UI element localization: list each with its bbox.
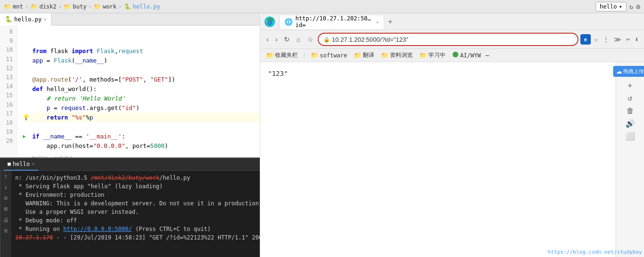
bookmark-browser[interactable]: 📁 资料浏览: [379, 50, 415, 60]
terminal-line-0: n: /usr/bin/python3.5 /mnt/disk2/buty/wo…: [15, 174, 256, 182]
top-bar: 📁 mnt › 📁 disk2 › 📁 buty › 📁 work › 🐍 he…: [0, 0, 644, 13]
bookmark-ai[interactable]: AI/WYW: [450, 50, 483, 60]
download-icon[interactable]: ⬇: [634, 34, 640, 45]
python-file-icon: 🐍: [5, 16, 12, 23]
refresh-icon[interactable]: ↻: [629, 3, 633, 10]
extensions-icon[interactable]: ≫: [613, 34, 623, 45]
bookmark-study-label: 学习中: [428, 51, 445, 59]
code-line-10: from flask import Flask,request: [23, 46, 260, 56]
svg-point-1: [453, 52, 458, 57]
print-icon[interactable]: 🖨: [3, 216, 9, 223]
bookmark-study[interactable]: 📁 学习中: [417, 50, 447, 60]
baidu-upload-label: 拖拽上传: [623, 68, 644, 75]
breadcrumb-mnt: 📁: [4, 3, 11, 10]
layout-icon[interactable]: ⬜: [625, 132, 635, 141]
address-bar-input[interactable]: [332, 36, 573, 43]
hello-dropdown[interactable]: hello ▾: [596, 2, 626, 11]
baidu-upload-button[interactable]: ☁ 拖拽上传: [613, 66, 644, 77]
back-button[interactable]: ‹: [264, 34, 271, 45]
function-hint-label: hello_world(): [32, 154, 73, 157]
code-line-19: ▶ if __name__ == '__main__':: [23, 132, 260, 141]
bookmark-browser-label: 资料浏览: [390, 51, 413, 59]
terminal-path-strike: /mnt/disk2/buty/work: [91, 174, 160, 181]
flask-url-link[interactable]: http://0.0.0.0:5000/: [63, 226, 132, 232]
code-line-14: def hello_world():: [23, 84, 260, 94]
code-content[interactable]: from flask import Flask,request app = Fl…: [17, 26, 260, 157]
terminal-line-7: 10.27.1.170 - - [29/Jul/2019 14:58:23] "…: [15, 233, 256, 242]
scissors-icon[interactable]: ✂: [625, 34, 631, 45]
code-line-15: # return 'Hello World': [23, 94, 260, 103]
terminal-tabs: ■ hello ✕: [0, 158, 260, 171]
editor-tab-close[interactable]: ✕: [44, 17, 47, 22]
breadcrumb-buty: buty: [73, 3, 86, 10]
editor-tab-hello-py[interactable]: 🐍 hello.py ✕: [0, 13, 52, 26]
function-hint: hello_world(): [23, 154, 260, 157]
favorites-button[interactable]: ☆: [305, 34, 316, 45]
code-line-16: p = request.args.get("id"): [23, 103, 260, 113]
refresh-sidebar-icon[interactable]: ↺: [628, 93, 633, 102]
terminal-ip-strike: 10.27.1.170: [15, 234, 53, 241]
settings-icon[interactable]: ⚙: [636, 3, 640, 10]
lock-icon: 🔒: [323, 37, 330, 43]
code-line-18: [23, 122, 260, 132]
browser-window: 🌐 http://10.27.1.202:5000/?id= ✕ + ‹ › ↻…: [260, 13, 644, 257]
send-icon[interactable]: ✈: [628, 81, 633, 90]
browser-right-sidebar: ☁ 拖拽上传 ✈ ↺ 🗑 🔊 ⬜: [616, 62, 644, 257]
bookmark-translate[interactable]: 📁 翻译: [352, 50, 376, 60]
bookmark-ai-label: AI/WYW: [460, 52, 481, 59]
bookmark-favorites[interactable]: 📁 收藏夹栏: [264, 50, 300, 60]
bookmark-browser-icon: 📁: [381, 52, 388, 59]
browser-nav-bar: ‹ › ↻ ⌂ ☆ 🔒 e ☆ ⋮ ≫ ✂ ⬇: [260, 30, 644, 48]
warn-icon: 💡: [23, 113, 29, 122]
terminal-line-2: * Environment: production: [15, 191, 256, 199]
terminal-line-4: Use a proper WSGI server instead.: [15, 208, 256, 216]
bookmark-software[interactable]: 📁 software: [309, 51, 349, 60]
volume-icon[interactable]: 🔊: [625, 119, 635, 128]
run-icon: ▶: [23, 132, 26, 141]
home-button[interactable]: ⌂: [294, 34, 303, 45]
terminal-tab-label: hello: [13, 161, 30, 167]
menu-icon[interactable]: ≡: [4, 227, 8, 234]
breadcrumb: 📁 mnt › 📁 disk2 › 📁 buty › 📁 work › 🐍 he…: [4, 3, 593, 10]
breadcrumb-file-icon: 🐍: [124, 3, 131, 10]
breadcrumb-mnt-label: mnt: [13, 3, 23, 10]
breadcrumb-folder-icon3: 📁: [94, 3, 101, 10]
top-bar-right: hello ▾ ↻ ⚙: [596, 2, 640, 11]
chevron-down-icon: ▾: [619, 3, 622, 10]
bookmarks-bar: 📁 收藏夹栏 | 📁 software 📁 翻译 📁 资料浏览 📁: [260, 48, 644, 62]
code-line-8: [23, 28, 260, 37]
forward-button[interactable]: ›: [273, 34, 280, 45]
bookmark-translate-label: 翻译: [363, 51, 374, 59]
left-side: 🐍 hello.py ✕ 8 9 10 11 12 13 14 15 16 17: [0, 13, 260, 257]
bookmark-more: —: [485, 52, 489, 59]
star-icon[interactable]: ☆: [593, 34, 599, 45]
browser-actions: e ☆ ⋮ ≫ ✂ ⬇: [580, 34, 640, 45]
browser-content: "123" ☁ 拖拽上传 ✈ ↺ 🗑 🔊 ⬜ https://blog.csdn…: [260, 62, 644, 257]
code-line-11: app = Flask(__name__): [23, 56, 260, 65]
terminal-tab-close[interactable]: ✕: [32, 161, 35, 166]
line-numbers: 8 9 10 11 12 13 14 15 16 17 18 19 20: [0, 26, 17, 157]
browser-tab-url: http://10.27.1.202:5000/?id=: [295, 15, 371, 28]
new-tab-button[interactable]: +: [386, 16, 394, 28]
delete-icon[interactable]: 🗑: [626, 106, 634, 115]
terminal-content[interactable]: n: /usr/bin/python3.5 /mnt/disk2/buty/wo…: [11, 171, 260, 257]
terminal-tab-hello[interactable]: ■ hello ✕: [4, 158, 38, 171]
split-icon[interactable]: ⊞: [4, 205, 8, 212]
csdn-link[interactable]: https://blog.csdn.net/studyboy: [548, 249, 642, 255]
extension-icon-edge[interactable]: e: [580, 34, 591, 45]
bookmark-software-label: software: [320, 52, 347, 59]
bookmark-favorites-label: 收藏夹栏: [275, 51, 298, 59]
browser-tabs-bar: 🌐 http://10.27.1.202:5000/?id= ✕ +: [260, 13, 644, 30]
bookmark-translate-icon: 📁: [354, 52, 361, 59]
scroll-up-icon[interactable]: ↑: [4, 173, 8, 180]
code-line-9: [23, 37, 260, 46]
refresh-button[interactable]: ↻: [282, 34, 292, 45]
bookmark-ai-site-icon: [452, 51, 459, 59]
wrap-icon[interactable]: ≡: [4, 194, 8, 202]
browser-tab-close[interactable]: ✕: [376, 19, 379, 25]
breadcrumb-work: work: [103, 3, 116, 10]
bookmark-folder-icon: 📁: [266, 52, 274, 59]
browser-active-tab[interactable]: 🌐 http://10.27.1.202:5000/?id= ✕: [279, 15, 384, 29]
scroll-down-icon[interactable]: ↓: [4, 184, 8, 191]
more-vert-icon[interactable]: ⋮: [601, 34, 611, 45]
